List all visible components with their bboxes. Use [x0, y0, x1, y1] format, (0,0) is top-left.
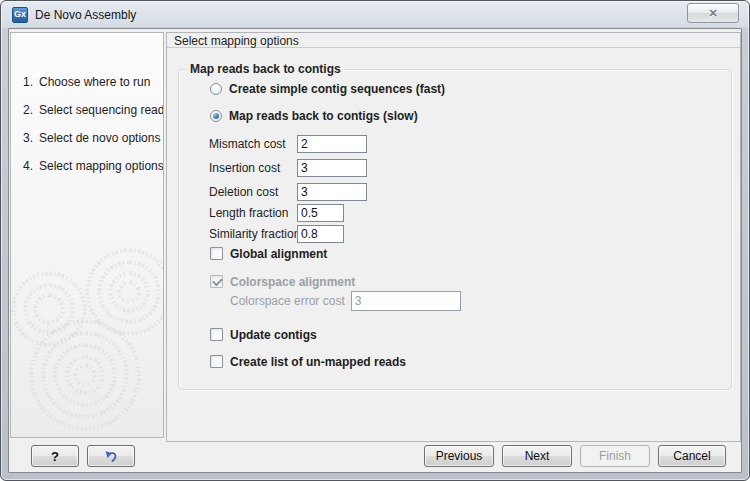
global-alignment-checkbox-row[interactable]: Global alignment [210, 246, 327, 261]
titlebar: Gx De Novo Assembly ✕ [1, 1, 749, 28]
svg-text:010011101011000101101001110010: 0100111010110001011010011100101100010110… [11, 245, 98, 388]
radio-icon-selected[interactable] [210, 110, 222, 122]
deletion-cost-row: Deletion cost [209, 183, 367, 201]
checkbox-icon[interactable] [210, 247, 223, 260]
radio-label[interactable]: Map reads back to contigs (slow) [229, 109, 418, 123]
unmapped-reads-label[interactable]: Create list of un-mapped reads [230, 355, 406, 369]
step-label: Select de novo options [39, 131, 160, 145]
unmapped-reads-checkbox-row[interactable]: Create list of un-mapped reads [210, 354, 406, 369]
step-label: Select mapping options [39, 159, 164, 173]
previous-button[interactable]: Previous [424, 445, 494, 467]
window-title: De Novo Assembly [35, 8, 136, 22]
radio-map-reads-back[interactable]: Map reads back to contigs (slow) [210, 108, 418, 124]
svg-text:010011101011000101101001110010: 0100111010110001011010011100101100010110… [11, 245, 142, 305]
similarity-fraction-label: Similarity fraction [209, 225, 297, 243]
groupbox-title: Map reads back to contigs [186, 62, 345, 76]
wizard-steps-panel: 1.Choose where to run 2.Select sequencin… [10, 32, 164, 438]
step-label: Select sequencing reads [39, 103, 164, 117]
close-icon: ✕ [708, 7, 717, 20]
close-button[interactable]: ✕ [687, 3, 739, 23]
wizard-content-panel: Select mapping options Map reads back to… [166, 32, 741, 442]
mismatch-cost-input[interactable] [297, 135, 367, 153]
update-contigs-label[interactable]: Update contigs [230, 328, 317, 342]
cancel-button[interactable]: Cancel [658, 445, 726, 467]
svg-text:010011101011000101101001110010: 0100111010110001011010011100101100010110… [11, 245, 162, 325]
svg-text:010011101011000101101001110010: 0100111010110001011010011100101100010110… [11, 245, 88, 348]
sidebar-item-select-de-novo-options: 3.Select de novo options [23, 130, 160, 146]
svg-text:010011101011000101101001110010: 0100111010110001011010011100101100010110… [11, 245, 76, 336]
svg-text:010011101011000101101001110010: 0100111010110001011010011100101100010110… [11, 245, 130, 420]
svg-text:010011101011000101101001110010: 0100111010110001011010011100101100010110… [11, 245, 66, 326]
mismatch-cost-label: Mismatch cost [209, 135, 297, 153]
svg-text:010011101011000101101001110010: 0100111010110001011010011100101100010110… [11, 245, 151, 314]
colorspace-error-cost-label: Colorspace error cost [230, 294, 345, 308]
reset-button[interactable] [87, 445, 135, 467]
checkbox-icon[interactable] [210, 355, 223, 368]
deletion-cost-label: Deletion cost [209, 183, 297, 201]
app-icon: Gx [12, 7, 28, 23]
svg-text:010011101011000101101001110010: 0100111010110001011010011100101100010110… [11, 245, 142, 432]
colorspace-error-cost-input [351, 291, 461, 311]
sidebar-item-choose-where-to-run: 1.Choose where to run [23, 74, 150, 90]
similarity-fraction-row: Similarity fraction [209, 225, 344, 243]
step-label: Choose where to run [39, 75, 150, 89]
step-number: 1. [23, 74, 39, 90]
radio-icon[interactable] [210, 83, 222, 95]
colorspace-alignment-checkbox-row: Colorspace alignment [210, 274, 355, 289]
insertion-cost-row: Insertion cost [209, 159, 367, 177]
length-fraction-label: Length fraction [209, 204, 297, 222]
undo-arrow-icon [103, 449, 119, 464]
step-number: 2. [23, 102, 39, 118]
checkbox-icon[interactable] [210, 328, 223, 341]
colorspace-alignment-label: Colorspace alignment [230, 275, 355, 289]
length-fraction-row: Length fraction [209, 204, 344, 222]
finish-button: Finish [580, 445, 650, 467]
map-reads-groupbox: Map reads back to contigs Create simple … [178, 69, 732, 390]
de-novo-assembly-dialog: Gx De Novo Assembly ✕ 1.Choose where to … [0, 0, 750, 481]
svg-text:010011101011000101101001110010: 0100111010110001011010011100101100010110… [11, 245, 118, 408]
dialog-body: 1.Choose where to run 2.Select sequencin… [8, 28, 742, 473]
svg-text:010011101011000101101001110010: 0100111010110001011010011100101100010110… [11, 245, 106, 396]
checkbox-checked-icon [210, 275, 223, 288]
deletion-cost-input[interactable] [297, 183, 367, 201]
length-fraction-input[interactable] [297, 204, 344, 222]
insertion-cost-input[interactable] [297, 159, 367, 177]
next-button[interactable]: Next [502, 445, 572, 467]
step-number: 3. [23, 130, 39, 146]
sidebar-item-select-sequencing-reads: 2.Select sequencing reads [23, 102, 164, 118]
help-button[interactable]: ? [31, 445, 79, 467]
insertion-cost-label: Insertion cost [209, 159, 297, 177]
global-alignment-label[interactable]: Global alignment [230, 247, 327, 261]
sidebar-item-select-mapping-options: 4.Select mapping options [23, 158, 164, 174]
radio-label[interactable]: Create simple contig sequences (fast) [229, 82, 445, 96]
svg-text:010011101011000101101001110010: 0100111010110001011010011100101100010110… [11, 245, 164, 337]
mismatch-cost-row: Mismatch cost [209, 135, 367, 153]
radio-create-simple-contigs[interactable]: Create simple contig sequences (fast) [210, 81, 445, 97]
page-title: Select mapping options [167, 33, 740, 48]
update-contigs-checkbox-row[interactable]: Update contigs [210, 327, 317, 342]
binary-spiral-watermark: 0100111010110001011010011100101100010110… [11, 245, 164, 437]
step-number: 4. [23, 158, 39, 174]
similarity-fraction-input[interactable] [297, 225, 344, 243]
colorspace-error-cost-row: Colorspace error cost [230, 291, 461, 311]
